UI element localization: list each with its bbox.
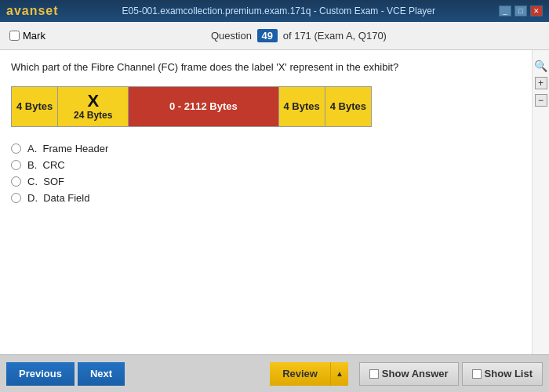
logo-accent: set <box>38 4 58 17</box>
question-number: 49 <box>257 29 278 42</box>
diagram-cell-4: 4 Bytes <box>279 87 325 126</box>
diagram-cell-3: 0 - 2112 Bytes <box>129 87 278 126</box>
zoom-in-button[interactable]: + <box>535 77 547 89</box>
review-button[interactable]: Review <box>270 362 330 386</box>
diagram-cell-5: 4 Bytes <box>325 87 371 126</box>
previous-button[interactable]: Previous <box>6 362 75 386</box>
minimize-button[interactable]: _ <box>499 5 511 16</box>
show-list-button[interactable]: Show List <box>462 362 543 386</box>
search-icon[interactable]: 🔍 <box>534 60 547 72</box>
next-button[interactable]: Next <box>78 362 125 386</box>
answer-D[interactable]: D. Data Field <box>11 192 521 204</box>
question-text: Which part of the Fibre Channel (FC) fra… <box>11 60 521 75</box>
zoom-out-button[interactable]: − <box>535 94 547 107</box>
radio-D[interactable] <box>11 193 21 203</box>
review-group: Review ▲ <box>270 362 348 386</box>
bottom-toolbar: Previous Next Review ▲ Show Answer Show … <box>0 354 549 392</box>
diagram-cell-2: X 24 Bytes <box>58 87 129 126</box>
header-bar: Mark Question 49 of 171 (Exam A, Q170) <box>0 22 549 50</box>
review-arrow-button[interactable]: ▲ <box>330 362 348 386</box>
show-answer-button[interactable]: Show Answer <box>359 362 459 386</box>
diagram-cell-1: 4 Bytes <box>12 87 58 126</box>
title-bar: avanset E05-001.examcollection.premium.e… <box>0 0 549 22</box>
radio-A[interactable] <box>11 143 21 154</box>
question-info: Question 49 of 171 (Exam A, Q170) <box>58 29 540 42</box>
show-answer-checkbox <box>369 369 379 379</box>
logo-first: avan <box>6 4 38 17</box>
logo: avanset <box>6 4 59 18</box>
mark-label[interactable]: Mark <box>9 30 45 42</box>
window-controls: _ □ ✕ <box>499 5 543 16</box>
question-total: of 171 (Exam A, Q170) <box>283 30 387 42</box>
content-area: Which part of the Fibre Channel (FC) fra… <box>0 50 532 354</box>
answer-B[interactable]: B. CRC <box>11 159 521 171</box>
radio-C[interactable] <box>11 176 21 187</box>
mark-checkbox[interactable] <box>9 31 20 41</box>
main-content: Which part of the Fibre Channel (FC) fra… <box>0 50 549 354</box>
window-title: E05-001.examcollection.premium.exam.171q… <box>59 5 499 16</box>
answer-A[interactable]: A. Frame Header <box>11 143 521 154</box>
show-list-checkbox <box>472 369 482 379</box>
answers-list: A. Frame Header B. CRC C. SOF D. Data Fi… <box>11 143 521 204</box>
question-label: Question <box>211 30 252 42</box>
answer-C[interactable]: C. SOF <box>11 176 521 187</box>
close-button[interactable]: ✕ <box>530 5 543 16</box>
right-sidebar: 🔍 + − <box>532 50 549 354</box>
fc-diagram: 4 Bytes X 24 Bytes 0 - 2112 Bytes 4 Byte… <box>11 86 372 127</box>
logo-text: avanset <box>6 4 59 18</box>
maximize-button[interactable]: □ <box>514 5 527 16</box>
radio-B[interactable] <box>11 160 21 170</box>
